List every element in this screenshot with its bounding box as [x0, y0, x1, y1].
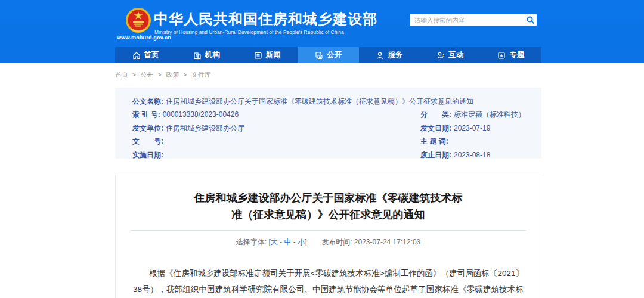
title-divider — [131, 230, 526, 231]
field-value: 000013338/2023-00426 — [163, 110, 239, 119]
nav-tab-label: 专题 — [509, 50, 524, 60]
field-value: 2023-07-19 — [454, 124, 490, 132]
breadcrumb: 首页 > 公开 > 政策 > 文件库 — [115, 70, 213, 79]
main-nav: 首页 机构 新闻 公开 服务 互动 专题 — [115, 47, 541, 63]
breadcrumb-home[interactable]: 首页 — [115, 71, 128, 78]
field-label: 发文单位: — [132, 124, 163, 132]
doc-info-row-name: 公文名称:住房和城乡建设部办公厅关于国家标准《零碳建筑技术标准（征求意见稿）》公… — [132, 95, 530, 108]
font-size-large[interactable]: 大 — [271, 238, 278, 246]
field-label: 废止日期: — [420, 151, 451, 159]
service-icon — [376, 51, 384, 60]
nav-tab-service[interactable]: 服务 — [359, 47, 420, 63]
publish-time-value: 2023-07-24 17:12:03 — [354, 238, 420, 246]
field-value: 住房和城乡建设部办公厅关于国家标准《零碳建筑技术标准（征求意见稿）》公开征求意见… — [166, 97, 473, 105]
doc-info-row-docnum: 文 号: — [132, 135, 420, 148]
field-label: 索 引 号: — [132, 110, 160, 119]
home-icon — [132, 51, 141, 60]
doc-info-panel: 公文名称:住房和城乡建设部办公厅关于国家标准《零碳建筑技术标准（征求意见稿）》公… — [115, 88, 541, 159]
font-size-separator: - — [280, 238, 282, 246]
field-label: 实施日期: — [132, 151, 163, 159]
breadcrumb-library[interactable]: 文件库 — [191, 71, 211, 78]
field-label: 主 题 词: — [420, 137, 448, 145]
breadcrumb-separator: > — [183, 71, 187, 78]
nav-tab-label: 首页 — [144, 50, 159, 60]
publish-time-label: 发布时间: — [321, 238, 352, 246]
nav-tab-label: 公开 — [327, 50, 342, 60]
site-subtitle: Ministry of Housing and Urban-Rural Deve… — [154, 29, 344, 35]
site-title: 中华人民共和国住房和城乡建设部 — [154, 10, 377, 29]
nav-tab-interact[interactable]: 互动 — [420, 47, 481, 63]
font-selector-label: 选择字体: — [236, 238, 267, 246]
nav-tab-label: 新闻 — [266, 50, 281, 60]
interact-icon — [436, 51, 445, 60]
breadcrumb-separator: > — [132, 71, 136, 78]
search-box — [410, 14, 537, 26]
disclosure-icon — [315, 51, 323, 60]
font-size-small[interactable]: 小 — [298, 238, 305, 246]
field-label: 文 号: — [132, 137, 163, 145]
doc-info-row-issue-date: 发文日期:2023-07-19 — [420, 122, 530, 135]
national-emblem-icon — [125, 7, 151, 33]
breadcrumb-policy[interactable]: 政策 — [166, 71, 179, 78]
building-icon — [193, 51, 202, 60]
article-body: 根据《住房和城乡建设部标准定额司关于开展<零碳建筑技术标准>编制工作的函》（建司… — [133, 265, 524, 298]
site-url: www.mohurd.gov.cn — [117, 35, 171, 41]
field-label: 分 类: — [420, 110, 451, 119]
font-size-separator: - — [293, 238, 296, 246]
news-icon — [254, 51, 262, 60]
article-card: 住房和城乡建设部办公厅关于国家标准《零碳建筑技术标准（征求意见稿）》公开征求意见… — [115, 175, 541, 298]
field-label: 公文名称: — [132, 97, 163, 105]
breadcrumb-separator: > — [158, 71, 162, 78]
nav-tab-org[interactable]: 机构 — [176, 47, 237, 63]
breadcrumb-disclosure[interactable]: 公开 — [141, 71, 154, 78]
nav-tab-label: 服务 — [388, 50, 402, 60]
field-value: 标准定额（标准科技） — [454, 110, 525, 119]
nav-tab-news[interactable]: 新闻 — [237, 47, 298, 63]
article-title: 住房和城乡建设部办公厅关于国家标准《零碳建筑技术标准（征求意见稿）》公开征求意见… — [194, 190, 463, 223]
nav-tab-disclosure[interactable]: 公开 — [298, 47, 358, 63]
nav-tab-home[interactable]: 首页 — [115, 47, 176, 63]
doc-info-row-index: 索 引 号:000013338/2023-00426 — [132, 108, 420, 121]
article-meta-line: 选择字体: [大 - 中 - 小] 发布时间: 2023-07-24 17:12… — [116, 237, 541, 247]
field-value: 2023-08-18 — [454, 151, 490, 159]
search-icon[interactable] — [524, 14, 537, 26]
field-value: 住房和城乡建设部办公厅 — [166, 124, 244, 132]
font-size-medium[interactable]: 中 — [284, 238, 291, 246]
bracket-close: ] — [305, 238, 306, 246]
doc-info-row-repeal-date: 废止日期:2023-08-18 — [420, 148, 530, 162]
nav-tab-label: 互动 — [448, 50, 463, 60]
doc-info-row-issuer: 发文单位:住房和城乡建设部办公厅 — [132, 122, 420, 135]
field-label: 发文日期: — [420, 124, 451, 132]
doc-info-row-effective-date: 实施日期: — [132, 148, 420, 162]
doc-info-row-category: 分 类:标准定额（标准科技） — [420, 108, 530, 121]
nav-tab-topic[interactable]: 专题 — [481, 47, 541, 63]
doc-info-row-keywords: 主 题 词: — [420, 135, 530, 148]
search-input[interactable] — [410, 17, 524, 24]
nav-tab-label: 机构 — [205, 50, 220, 60]
topic-icon — [497, 51, 506, 60]
